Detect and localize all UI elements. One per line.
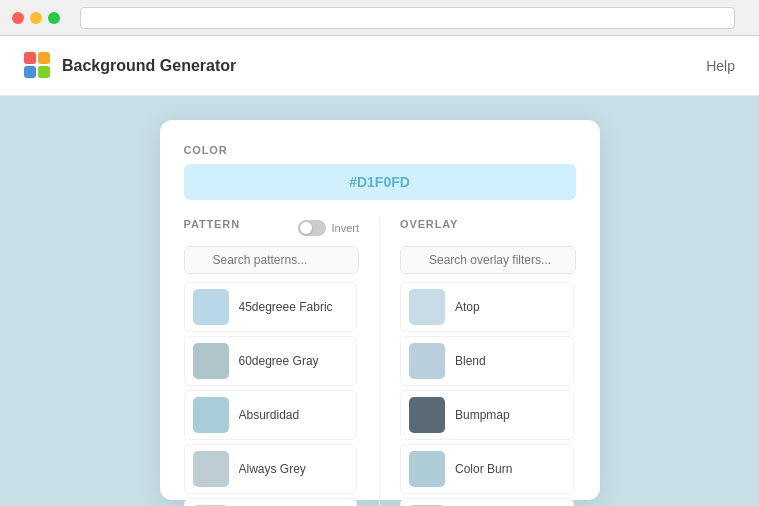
overlay-thumb-2 xyxy=(409,397,445,433)
list-item[interactable]: Color Dodge xyxy=(400,498,574,506)
overlay-list: Atop Blend Bumpmap Color Burn xyxy=(400,282,576,506)
app-title: Background Generator xyxy=(62,57,236,75)
overlay-search-input[interactable] xyxy=(400,246,576,274)
pattern-section-label: PATTERN xyxy=(184,218,240,230)
columns-row: PATTERN Invert 🔍 45degreee Fabr xyxy=(184,218,576,506)
list-item[interactable]: 45degreee Fabric xyxy=(184,282,358,332)
panel: COLOR #D1F0FD PATTERN Invert 🔍 xyxy=(160,120,600,500)
color-section-label: COLOR xyxy=(184,144,576,156)
invert-toggle[interactable] xyxy=(298,220,326,236)
list-item[interactable]: Arab Tile xyxy=(184,498,358,506)
pattern-thumb-1 xyxy=(193,343,229,379)
pattern-search-input[interactable] xyxy=(184,246,360,274)
list-item[interactable]: Atop xyxy=(400,282,574,332)
pattern-thumb-0 xyxy=(193,289,229,325)
pattern-thumb-3 xyxy=(193,451,229,487)
overlay-column: OVERLAY 🔍 Atop Blend xyxy=(400,218,576,506)
traffic-lights xyxy=(12,12,60,24)
list-item[interactable]: Blend xyxy=(400,336,574,386)
invert-toggle-wrap: Invert xyxy=(298,220,359,236)
color-swatch[interactable]: #D1F0FD xyxy=(184,164,576,200)
svg-rect-1 xyxy=(38,52,50,64)
svg-rect-0 xyxy=(24,52,36,64)
list-item[interactable]: Absurdidad xyxy=(184,390,358,440)
overlay-thumb-0 xyxy=(409,289,445,325)
overlay-column-header: OVERLAY xyxy=(400,218,576,238)
traffic-light-red[interactable] xyxy=(12,12,24,24)
pattern-search-wrap: 🔍 xyxy=(184,246,360,274)
overlay-section-label: OVERLAY xyxy=(400,218,458,230)
app-header: Background Generator Help xyxy=(0,36,759,96)
overlay-label-2: Bumpmap xyxy=(455,408,510,422)
list-item[interactable]: Bumpmap xyxy=(400,390,574,440)
help-link[interactable]: Help xyxy=(706,58,735,74)
pattern-label-3: Always Grey xyxy=(239,462,306,476)
overlay-thumb-3 xyxy=(409,451,445,487)
pattern-thumb-2 xyxy=(193,397,229,433)
traffic-light-green[interactable] xyxy=(48,12,60,24)
overlay-label-0: Atop xyxy=(455,300,480,314)
pattern-column-header: PATTERN Invert xyxy=(184,218,360,238)
pattern-list: 45degreee Fabric 60degree Gray Absurdida… xyxy=(184,282,360,506)
overlay-label-1: Blend xyxy=(455,354,486,368)
main-content: COLOR #D1F0FD PATTERN Invert 🔍 xyxy=(0,96,759,506)
list-item[interactable]: Always Grey xyxy=(184,444,358,494)
toggle-knob xyxy=(300,222,312,234)
pattern-column: PATTERN Invert 🔍 45degreee Fabr xyxy=(184,218,360,506)
pattern-label-0: 45degreee Fabric xyxy=(239,300,333,314)
svg-rect-3 xyxy=(38,66,50,78)
overlay-search-wrap: 🔍 xyxy=(400,246,576,274)
invert-label: Invert xyxy=(331,222,359,234)
svg-rect-2 xyxy=(24,66,36,78)
url-bar[interactable] xyxy=(80,7,735,29)
browser-chrome xyxy=(0,0,759,36)
overlay-label-3: Color Burn xyxy=(455,462,512,476)
list-item[interactable]: Color Burn xyxy=(400,444,574,494)
traffic-light-yellow[interactable] xyxy=(30,12,42,24)
overlay-thumb-1 xyxy=(409,343,445,379)
pattern-label-2: Absurdidad xyxy=(239,408,300,422)
list-item[interactable]: 60degree Gray xyxy=(184,336,358,386)
logo-area: Background Generator xyxy=(24,52,236,80)
column-divider xyxy=(379,218,380,506)
app-logo-icon xyxy=(24,52,52,80)
pattern-label-1: 60degree Gray xyxy=(239,354,319,368)
